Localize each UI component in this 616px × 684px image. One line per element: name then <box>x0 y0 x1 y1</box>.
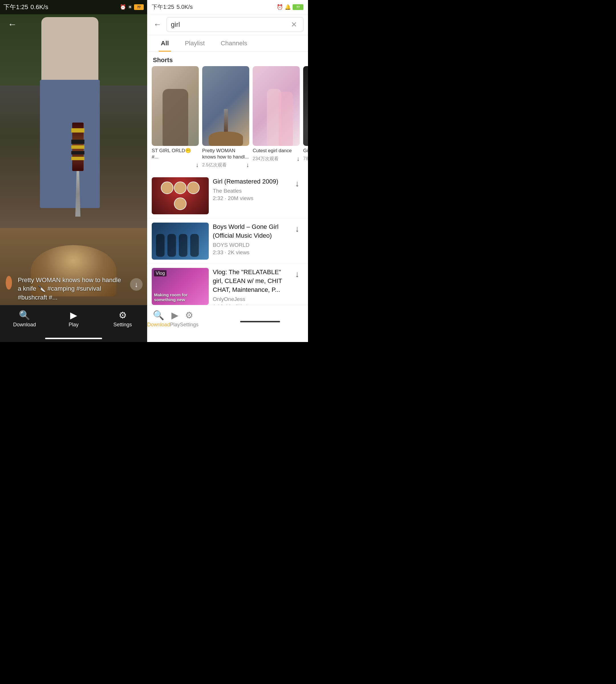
short-meta-2: 2.5亿次观看 ↓ <box>202 161 249 169</box>
download-side-icon: ↓ <box>130 278 142 291</box>
left-nav-download[interactable]: 🔍 Download <box>0 308 49 328</box>
right-panel: 下午1:25 5.0K/s ⏰ 🔔 77 ← girl ✕ All Playli… <box>147 0 308 342</box>
right-bottom-nav: 🔍 Download ▶ Play ⚙ Settings <box>147 305 308 342</box>
right-nav-underline <box>240 321 280 322</box>
beatle-face-2 <box>174 182 186 194</box>
left-nav-settings[interactable]: ⚙ Settings <box>98 308 147 328</box>
beatle-face-1 <box>161 182 173 194</box>
filter-tabs: All Playlist Channels <box>147 35 308 52</box>
video-info-3: Vlog: The "RELATABLE" girl, CLEAN w/ me,… <box>213 268 287 305</box>
right-notif-icon: 🔔 <box>285 4 291 10</box>
left-status-time: 下午1:25 <box>3 3 28 12</box>
short-meta-1: ↓ <box>152 161 199 169</box>
left-nav-settings-label: Settings <box>113 322 132 328</box>
short-thumb-1 <box>152 66 199 146</box>
short-download-2[interactable]: ↓ <box>246 161 249 169</box>
left-status-speed: 0.6K/s <box>30 3 48 11</box>
short-thumb-2 <box>202 66 249 146</box>
short-meta-3: 234万次观看 ↓ <box>253 155 300 162</box>
right-status-time: 下午1:25 <box>152 3 174 11</box>
knife <box>71 122 85 208</box>
video-separator-2: · <box>225 249 228 255</box>
left-status-icons: ⏰ ☀ 77 <box>120 4 144 10</box>
video-item-3[interactable]: Vlog Making room for something new Vlog:… <box>147 264 308 305</box>
side-download-button[interactable]: ↓ <box>130 278 142 291</box>
tab-channels-label: Channels <box>221 40 247 47</box>
video-download-icon-2: ↓ <box>295 224 300 234</box>
video-views-2: 2K views <box>228 249 249 255</box>
vlog-label: Vlog <box>154 270 167 276</box>
left-download-icon: 🔍 <box>19 310 30 321</box>
video-item-1[interactable]: Girl (Remastered 2009) The Beatles 2:32 … <box>147 173 308 219</box>
knife-band-4 <box>71 151 84 155</box>
video-avatar <box>6 276 12 290</box>
video-stats-1: 2:32 · 20M views <box>213 195 287 202</box>
person-torso <box>41 17 98 86</box>
search-clear-icon: ✕ <box>291 20 297 29</box>
short-title-1: ST GIRL ORLD😶 #... <box>152 147 199 160</box>
video-duration-2: 2:33 <box>213 249 223 255</box>
video-download-button-3[interactable]: ↓ <box>291 268 304 280</box>
short-title-2: Pretty WOMAN knows how to handl... <box>202 147 249 160</box>
left-nav-play[interactable]: ▶ Play <box>49 308 98 328</box>
video-stats-2: 2:33 · 2K views <box>213 249 287 256</box>
figure-2c <box>179 234 188 257</box>
figure-2b <box>168 234 176 257</box>
video-download-button-1[interactable]: ↓ <box>291 177 304 190</box>
left-panel: 下午1:25 0.6K/s ⏰ ☀ 77 ← <box>0 0 147 342</box>
vlog-caption: Making room for something new <box>154 292 209 302</box>
short-views-3: 234万次观看 <box>253 156 279 162</box>
beatle-face-3 <box>187 182 200 194</box>
figure-2d <box>190 234 199 257</box>
short-download-1[interactable]: ↓ <box>196 161 199 169</box>
right-nav-settings-label: Settings <box>180 322 198 328</box>
video-download-button-2[interactable]: ↓ <box>291 223 304 235</box>
search-back-arrow-icon: ← <box>153 20 161 29</box>
short-thumb-3 <box>253 66 300 146</box>
battery-box: 77 <box>134 4 144 10</box>
video-thumb-2 <box>152 223 209 260</box>
shorts-section-label-1: Shorts <box>147 52 308 66</box>
figure-2a <box>156 234 164 257</box>
tab-channels[interactable]: Channels <box>213 35 255 51</box>
tab-playlist[interactable]: Playlist <box>177 35 213 51</box>
right-nav-settings[interactable]: ⚙ Settings <box>180 308 198 328</box>
video-thumb-1 <box>152 177 209 214</box>
short-stump-2 <box>209 132 243 146</box>
video-channel-3: OnlyOneJess <box>213 296 287 302</box>
right-battery-label: 77 <box>296 5 300 9</box>
short-download-3[interactable]: ↓ <box>296 155 300 162</box>
video-info-1: Girl (Remastered 2009) The Beatles 2:32 … <box>213 177 287 202</box>
beatles-art <box>152 177 209 214</box>
video-thumb-3: Vlog Making room for something new <box>152 268 209 305</box>
left-bottom-nav: 🔍 Download ▶ Play ⚙ Settings <box>0 305 147 342</box>
short-card-1[interactable]: ST GIRL ORLD😶 #... ↓ <box>152 66 199 169</box>
right-nav-download-label: Download <box>147 322 170 328</box>
short-card-4[interactable]: GirlGang #shorts 786万次观看 ↓ <box>303 66 308 169</box>
short-card-2[interactable]: Pretty WOMAN knows how to handl... 2.5亿次… <box>202 66 249 169</box>
search-input-wrapper[interactable]: girl ✕ <box>167 17 304 32</box>
content-area[interactable]: Shorts ST GIRL ORLD😶 #... ↓ <box>147 52 308 305</box>
tab-all[interactable]: All <box>153 35 177 51</box>
right-nav-play[interactable]: ▶ Play <box>170 308 180 328</box>
right-nav-download[interactable]: 🔍 Download <box>147 308 170 328</box>
right-settings-icon: ⚙ <box>185 310 193 321</box>
video-channel-1: The Beatles <box>213 188 287 194</box>
left-status-bar: 下午1:25 0.6K/s ⏰ ☀ 77 <box>0 0 147 14</box>
search-back-button[interactable]: ← <box>152 19 163 30</box>
notification-icon: ☀ <box>128 4 132 10</box>
short-card-3[interactable]: Cutest egirl dance 234万次观看 ↓ <box>253 66 300 169</box>
video-download-icon-1: ↓ <box>295 179 300 188</box>
search-clear-button[interactable]: ✕ <box>289 19 299 30</box>
tab-playlist-label: Playlist <box>185 40 205 47</box>
video-info-2: Boys World – Gone Girl (Official Music V… <box>213 223 287 256</box>
person-figure <box>33 17 107 216</box>
back-button[interactable]: ← <box>5 17 19 31</box>
video-caption-text: Pretty WOMAN knows how to handle a knife… <box>18 276 124 302</box>
video-title-2: Boys World – Gone Girl (Official Music V… <box>213 223 287 240</box>
video-item-2[interactable]: Boys World – Gone Girl (Official Music V… <box>147 219 308 264</box>
video-views-1: 20M views <box>228 195 254 201</box>
shorts-scroll-1[interactable]: ST GIRL ORLD😶 #... ↓ Pretty WOMAN knows … <box>147 66 308 173</box>
knife-band-3 <box>71 145 84 149</box>
video-duration-1: 2:32 <box>213 195 223 201</box>
